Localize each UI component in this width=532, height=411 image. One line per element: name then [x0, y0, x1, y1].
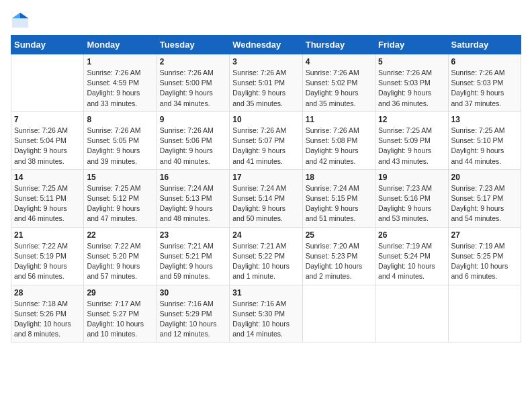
- calendar-cell: 6Sunrise: 7:26 AM Sunset: 5:03 PM Daylig…: [448, 54, 521, 112]
- calendar-cell: 27Sunrise: 7:19 AM Sunset: 5:25 PM Dayli…: [448, 227, 521, 285]
- day-detail: Sunrise: 7:24 AM Sunset: 5:15 PM Dayligh…: [306, 183, 372, 224]
- calendar-body: 1Sunrise: 7:26 AM Sunset: 4:59 PM Daylig…: [11, 54, 521, 342]
- page-header: [11, 11, 521, 30]
- day-number: 30: [160, 288, 226, 298]
- day-number: 18: [306, 173, 372, 182]
- day-number: 6: [451, 57, 518, 66]
- calendar-cell: 21Sunrise: 7:22 AM Sunset: 5:19 PM Dayli…: [11, 227, 84, 285]
- day-detail: Sunrise: 7:25 AM Sunset: 5:12 PM Dayligh…: [87, 183, 153, 224]
- day-number: 25: [306, 230, 372, 240]
- day-number: 12: [378, 115, 445, 124]
- calendar-cell: 16Sunrise: 7:24 AM Sunset: 5:13 PM Dayli…: [157, 169, 229, 227]
- calendar-table: SundayMondayTuesdayWednesdayThursdayFrid…: [11, 35, 521, 342]
- day-detail: Sunrise: 7:16 AM Sunset: 5:29 PM Dayligh…: [160, 299, 226, 340]
- day-detail: Sunrise: 7:18 AM Sunset: 5:26 PM Dayligh…: [14, 299, 81, 340]
- calendar-cell: [375, 285, 448, 342]
- weekday-header-saturday: Saturday: [448, 36, 521, 54]
- day-detail: Sunrise: 7:17 AM Sunset: 5:27 PM Dayligh…: [87, 299, 153, 340]
- day-number: 19: [378, 173, 445, 182]
- day-number: 27: [451, 230, 518, 240]
- day-number: 20: [451, 173, 518, 182]
- calendar-cell: 20Sunrise: 7:23 AM Sunset: 5:17 PM Dayli…: [448, 169, 521, 227]
- calendar-cell: 19Sunrise: 7:23 AM Sunset: 5:16 PM Dayli…: [375, 169, 448, 227]
- day-detail: Sunrise: 7:26 AM Sunset: 4:59 PM Dayligh…: [87, 68, 153, 109]
- calendar-cell: 2Sunrise: 7:26 AM Sunset: 5:00 PM Daylig…: [157, 54, 229, 112]
- day-detail: Sunrise: 7:24 AM Sunset: 5:14 PM Dayligh…: [232, 183, 299, 224]
- calendar-week-row: 28Sunrise: 7:18 AM Sunset: 5:26 PM Dayli…: [11, 285, 521, 342]
- day-detail: Sunrise: 7:26 AM Sunset: 5:08 PM Dayligh…: [306, 126, 372, 167]
- day-detail: Sunrise: 7:25 AM Sunset: 5:10 PM Dayligh…: [451, 126, 518, 167]
- calendar-cell: 7Sunrise: 7:26 AM Sunset: 5:04 PM Daylig…: [11, 111, 84, 169]
- calendar-cell: 15Sunrise: 7:25 AM Sunset: 5:12 PM Dayli…: [84, 169, 157, 227]
- calendar-cell: 24Sunrise: 7:21 AM Sunset: 5:22 PM Dayli…: [230, 227, 302, 285]
- calendar-cell: [302, 285, 375, 342]
- calendar-cell: 13Sunrise: 7:25 AM Sunset: 5:10 PM Dayli…: [448, 111, 521, 169]
- day-detail: Sunrise: 7:21 AM Sunset: 5:22 PM Dayligh…: [232, 241, 299, 282]
- calendar-cell: 18Sunrise: 7:24 AM Sunset: 5:15 PM Dayli…: [302, 169, 375, 227]
- day-number: 17: [232, 173, 299, 182]
- day-detail: Sunrise: 7:22 AM Sunset: 5:20 PM Dayligh…: [87, 241, 153, 282]
- calendar-cell: 31Sunrise: 7:16 AM Sunset: 5:30 PM Dayli…: [230, 285, 302, 342]
- day-number: 4: [306, 57, 372, 66]
- day-detail: Sunrise: 7:25 AM Sunset: 5:11 PM Dayligh…: [14, 183, 81, 224]
- calendar-week-row: 1Sunrise: 7:26 AM Sunset: 4:59 PM Daylig…: [11, 54, 521, 112]
- day-number: 1: [87, 57, 153, 66]
- day-number: 29: [87, 288, 153, 298]
- day-detail: Sunrise: 7:26 AM Sunset: 5:06 PM Dayligh…: [160, 126, 226, 167]
- calendar-cell: 28Sunrise: 7:18 AM Sunset: 5:26 PM Dayli…: [11, 285, 84, 342]
- day-number: 14: [14, 173, 81, 182]
- calendar-cell: 11Sunrise: 7:26 AM Sunset: 5:08 PM Dayli…: [302, 111, 375, 169]
- weekday-header-friday: Friday: [375, 36, 448, 54]
- day-number: 22: [87, 230, 153, 240]
- calendar-week-row: 21Sunrise: 7:22 AM Sunset: 5:19 PM Dayli…: [11, 227, 521, 285]
- calendar-cell: 1Sunrise: 7:26 AM Sunset: 4:59 PM Daylig…: [84, 54, 157, 112]
- day-number: 8: [87, 115, 153, 124]
- day-number: 2: [160, 57, 226, 66]
- calendar-cell: 30Sunrise: 7:16 AM Sunset: 5:29 PM Dayli…: [157, 285, 229, 342]
- day-number: 9: [160, 115, 226, 124]
- calendar-cell: 17Sunrise: 7:24 AM Sunset: 5:14 PM Dayli…: [230, 169, 302, 227]
- day-detail: Sunrise: 7:20 AM Sunset: 5:23 PM Dayligh…: [306, 241, 372, 282]
- day-detail: Sunrise: 7:26 AM Sunset: 5:03 PM Dayligh…: [378, 68, 445, 109]
- calendar-week-row: 14Sunrise: 7:25 AM Sunset: 5:11 PM Dayli…: [11, 169, 521, 227]
- weekday-header-tuesday: Tuesday: [157, 36, 229, 54]
- day-number: 7: [14, 115, 81, 124]
- calendar-cell: 9Sunrise: 7:26 AM Sunset: 5:06 PM Daylig…: [157, 111, 229, 169]
- day-number: 16: [160, 173, 226, 182]
- logo-icon: [11, 11, 30, 30]
- calendar-cell: 26Sunrise: 7:19 AM Sunset: 5:24 PM Dayli…: [375, 227, 448, 285]
- calendar-cell: [11, 54, 84, 112]
- calendar-cell: 10Sunrise: 7:26 AM Sunset: 5:07 PM Dayli…: [230, 111, 302, 169]
- day-detail: Sunrise: 7:24 AM Sunset: 5:13 PM Dayligh…: [160, 183, 226, 224]
- calendar-cell: 29Sunrise: 7:17 AM Sunset: 5:27 PM Dayli…: [84, 285, 157, 342]
- day-number: 24: [232, 230, 299, 240]
- logo: [11, 11, 32, 30]
- day-detail: Sunrise: 7:16 AM Sunset: 5:30 PM Dayligh…: [232, 299, 299, 340]
- svg-marker-1: [20, 13, 28, 18]
- day-detail: Sunrise: 7:21 AM Sunset: 5:21 PM Dayligh…: [160, 241, 226, 282]
- day-detail: Sunrise: 7:23 AM Sunset: 5:17 PM Dayligh…: [451, 183, 518, 224]
- day-number: 26: [378, 230, 445, 240]
- day-detail: Sunrise: 7:26 AM Sunset: 5:01 PM Dayligh…: [232, 68, 299, 109]
- day-detail: Sunrise: 7:26 AM Sunset: 5:03 PM Dayligh…: [451, 68, 518, 109]
- weekday-header-wednesday: Wednesday: [230, 36, 302, 54]
- day-detail: Sunrise: 7:22 AM Sunset: 5:19 PM Dayligh…: [14, 241, 81, 282]
- day-detail: Sunrise: 7:26 AM Sunset: 5:00 PM Dayligh…: [160, 68, 226, 109]
- day-number: 28: [14, 288, 81, 298]
- day-detail: Sunrise: 7:19 AM Sunset: 5:25 PM Dayligh…: [451, 241, 518, 282]
- day-detail: Sunrise: 7:25 AM Sunset: 5:09 PM Dayligh…: [378, 126, 445, 167]
- day-detail: Sunrise: 7:26 AM Sunset: 5:05 PM Dayligh…: [87, 126, 153, 167]
- calendar-cell: 3Sunrise: 7:26 AM Sunset: 5:01 PM Daylig…: [230, 54, 302, 112]
- calendar-cell: 5Sunrise: 7:26 AM Sunset: 5:03 PM Daylig…: [375, 54, 448, 112]
- calendar-week-row: 7Sunrise: 7:26 AM Sunset: 5:04 PM Daylig…: [11, 111, 521, 169]
- day-number: 23: [160, 230, 226, 240]
- calendar-cell: 23Sunrise: 7:21 AM Sunset: 5:21 PM Dayli…: [157, 227, 229, 285]
- day-detail: Sunrise: 7:26 AM Sunset: 5:02 PM Dayligh…: [306, 68, 372, 109]
- calendar-cell: 4Sunrise: 7:26 AM Sunset: 5:02 PM Daylig…: [302, 54, 375, 112]
- day-number: 11: [306, 115, 372, 124]
- weekday-header-sunday: Sunday: [11, 36, 84, 54]
- day-number: 31: [232, 288, 299, 298]
- day-detail: Sunrise: 7:26 AM Sunset: 5:07 PM Dayligh…: [232, 126, 299, 167]
- calendar-cell: 14Sunrise: 7:25 AM Sunset: 5:11 PM Dayli…: [11, 169, 84, 227]
- day-number: 15: [87, 173, 153, 182]
